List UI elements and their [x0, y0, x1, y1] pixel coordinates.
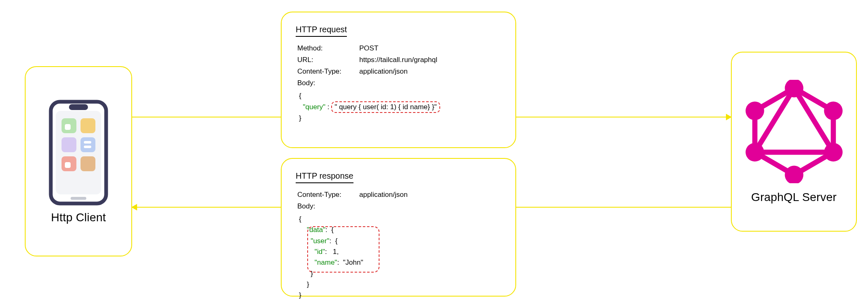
- http-client-box: Http Client: [25, 66, 132, 256]
- response-body: { "data": { "user": { "id": 1, "name": "…: [296, 214, 363, 304]
- request-url-row: URL: https://tailcall.run/graphql: [296, 56, 501, 64]
- server-label: GraphQL Server: [751, 191, 837, 204]
- svg-rect-9: [84, 141, 91, 144]
- resp-body-label: Body:: [297, 202, 315, 211]
- arrow-request-to-server: [516, 117, 731, 117]
- svg-point-16: [824, 101, 842, 120]
- svg-rect-13: [81, 156, 95, 171]
- svg-rect-10: [84, 146, 91, 148]
- svg-point-20: [745, 101, 764, 120]
- method-value: POST: [359, 44, 378, 53]
- ct-label: Content-Type:: [297, 67, 359, 76]
- svg-rect-2: [69, 104, 88, 110]
- svg-point-17: [824, 143, 842, 161]
- body-label: Body:: [297, 79, 315, 87]
- response-ct-row: Content-Type: application/json: [296, 191, 501, 199]
- graphql-icon: [742, 80, 846, 183]
- request-method-row: Method: POST: [296, 44, 501, 53]
- svg-rect-12: [65, 162, 71, 168]
- svg-rect-3: [71, 197, 86, 200]
- http-response-box: HTTP response Content-Type: application/…: [281, 158, 516, 297]
- resp-ct-label: Content-Type:: [297, 191, 359, 199]
- request-title: HTTP request: [296, 25, 347, 37]
- request-body: { "query" : " query { user( id: 1) { id …: [296, 91, 501, 124]
- client-label: Http Client: [51, 211, 106, 224]
- query-key: "query": [303, 103, 325, 111]
- svg-rect-6: [81, 118, 95, 133]
- response-body-label-row: Body:: [296, 202, 501, 211]
- svg-rect-8: [81, 137, 95, 152]
- phone-icon: [47, 98, 109, 207]
- svg-rect-7: [62, 137, 76, 152]
- method-label: Method:: [297, 44, 359, 53]
- resp-ct-value: application/json: [359, 191, 408, 199]
- graphql-server-box: GraphQL Server: [731, 52, 857, 232]
- url-value: https://tailcall.run/graphql: [359, 56, 437, 64]
- arrow-response-to-client: [132, 207, 281, 208]
- request-ct-row: Content-Type: application/json: [296, 67, 501, 76]
- response-title: HTTP response: [296, 171, 353, 183]
- url-label: URL:: [297, 56, 359, 64]
- arrow-client-to-request: [132, 117, 281, 117]
- query-value-highlight: " query { user( id: 1) { id name} }": [331, 101, 440, 113]
- svg-point-19: [745, 143, 764, 161]
- ct-value: application/json: [359, 67, 408, 76]
- request-body-label-row: Body:: [296, 79, 501, 87]
- svg-rect-5: [65, 124, 71, 130]
- http-request-box: HTTP request Method: POST URL: https://t…: [281, 12, 516, 148]
- arrow-server-to-response: [516, 207, 731, 208]
